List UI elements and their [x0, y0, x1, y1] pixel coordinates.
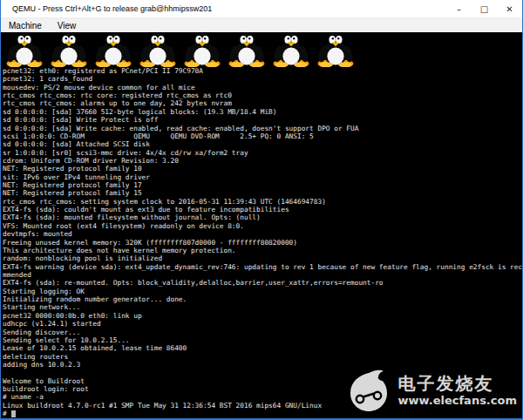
console-line: udhcpc (v1.24.1) started — [3, 320, 522, 328]
qemu-window: QEMU - Press Ctrl+Alt+G to release grab@… — [0, 0, 523, 420]
console-line: EXT4-fs (sda): mounted filesystem withou… — [3, 213, 522, 221]
console-line: mmended — [3, 271, 522, 279]
window-controls: – □ ✕ — [446, 0, 522, 17]
tux-penguin-icon — [183, 32, 221, 67]
console-line: NET: Registered protocol family 10 — [3, 165, 522, 173]
console-line: Initializing random number generator... … — [3, 295, 522, 303]
console-line: Sending select for 10.0.2.15... — [3, 336, 522, 344]
console-line — [3, 369, 522, 376]
menu-view[interactable]: View — [50, 18, 85, 32]
minimize-button[interactable]: – — [446, 0, 472, 17]
close-button[interactable]: ✕ — [497, 0, 522, 17]
console-line: adding dns 10.0.2.3 — [3, 361, 522, 369]
console-line: NET: Registered protocol family 17 — [3, 181, 522, 189]
console-line: VFS: Mounted root (ext4 filesystem) read… — [3, 222, 522, 230]
console-line: Starting logging: OK — [3, 288, 522, 295]
penguin-row — [1, 32, 522, 67]
console-line: Sending discover... — [3, 329, 522, 336]
tux-penguin-icon — [5, 32, 44, 67]
console-line: EXT4-fs warning (device sda): ext4_updat… — [3, 263, 522, 271]
console-line: buildroot login: root — [3, 385, 522, 393]
tux-penguin-icon — [228, 32, 266, 67]
console-line: Linux buildroot 4.7.0-rc1 #1 SMP Tue May… — [3, 402, 522, 410]
tux-penguin-icon — [94, 32, 132, 67]
titlebar[interactable]: QEMU - Press Ctrl+Alt+G to release grab@… — [1, 0, 522, 18]
window-title: QEMU - Press Ctrl+Alt+G to release grab@… — [1, 4, 212, 13]
menu-machine[interactable]: Machine — [1, 18, 50, 32]
console-screen[interactable]: pcnet32: eth0: registered as PCnet/PCI I… — [1, 32, 522, 418]
console-line: Starting network... — [3, 303, 522, 311]
console-line: devtmpfs: mounted — [3, 230, 522, 238]
console-line: sd 0:0:0:0: [sda] 37660 512-byte logical… — [3, 108, 522, 116]
menubar: Machine View — [1, 18, 522, 32]
console-line: Freeing unused kernel memory: 320K (ffff… — [3, 239, 522, 247]
console-line: sr 1:0:0:0: [sr0] scsi3-mmc drive: 4x/4x… — [3, 149, 522, 157]
console-line: EXT4-fs (sda): re-mounted. Opts: block_v… — [3, 279, 522, 287]
console-line: EXT4-fs (sda): couldn't mount as ext3 du… — [3, 206, 522, 213]
tux-penguin-icon — [50, 32, 88, 67]
console-line: rtc_cmos rtc_cmos: alarms up to one day,… — [3, 99, 522, 107]
console-line: sit: IPv6 over IPv4 tunneling driver — [3, 173, 522, 181]
console-line: deleting routers — [3, 353, 522, 361]
console-line: scsi 1:0:0:0: CD-ROM QEMU QEMU DVD-ROM 2… — [3, 132, 522, 140]
console-line: mousedev: PS/2 mouse device common for a… — [3, 84, 522, 91]
console-line: This architecture does not have kernel m… — [3, 247, 522, 254]
console-line: random: nonblocking pool is initialized — [3, 254, 522, 262]
tux-penguin-icon — [272, 32, 310, 67]
console-line: Welcome to Buildroot — [3, 377, 522, 385]
console-line: pcnet32: 1 cards_found — [3, 75, 522, 83]
console-line: rtc_cmos rtc_cmos: rtc core: registered … — [3, 91, 522, 99]
console-line: NET: Registered protocol family 15 — [3, 189, 522, 197]
tux-penguin-icon — [139, 32, 177, 67]
console-line: # uname -a — [3, 393, 522, 401]
console-line: sd 0:0:0:0: [sda] Write Protect is off — [3, 116, 522, 124]
console-line: sd 0:0:0:0: [sda] Write cache: enabled, … — [3, 125, 522, 132]
console-line: sd 0:0:0:0: [sda] Attached SCSI disk — [3, 140, 522, 148]
console-line: pcnet32: eth0: registered as PCnet/PCI I… — [3, 67, 522, 75]
tux-penguin-icon — [316, 32, 355, 67]
console-output: pcnet32: eth0: registered as PCnet/PCI I… — [1, 67, 522, 410]
maximize-button[interactable]: □ — [472, 0, 497, 17]
console-line: Lease of 10.0.2.15 obtained, lease time … — [3, 344, 522, 352]
prompt-text: # — [3, 410, 10, 417]
text-cursor — [11, 410, 16, 417]
console-line: cdrom: Uniform CD-ROM driver Revision: 3… — [3, 157, 522, 165]
console-line: pcnet32 0000:00:0b.0 eth0: link up — [3, 312, 522, 320]
console-line: rtc_cmos rtc_cmos: setting system clock … — [3, 198, 522, 206]
prompt-line: # — [1, 410, 522, 417]
